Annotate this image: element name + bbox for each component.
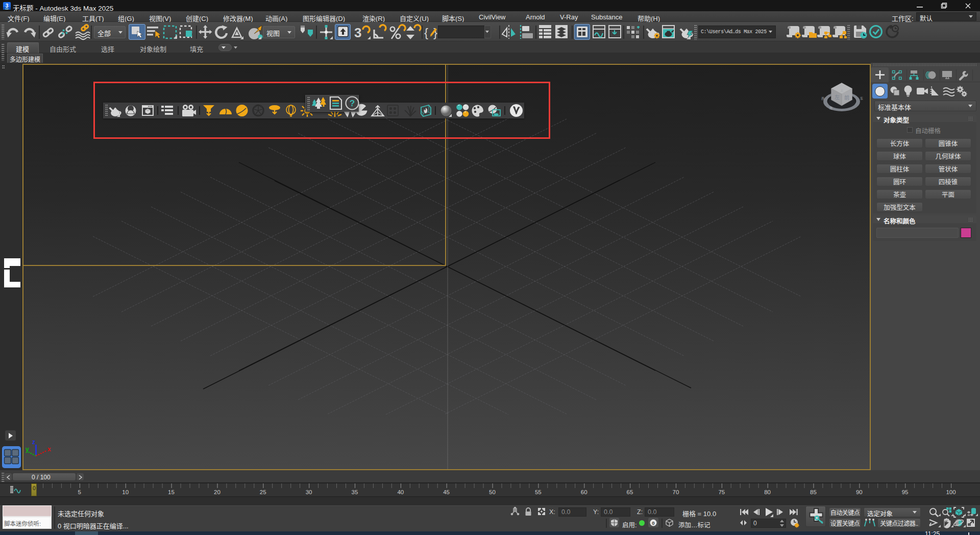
svg-text:50: 50 bbox=[489, 489, 496, 495]
svg-text:20: 20 bbox=[214, 489, 220, 495]
svg-text:前: 前 bbox=[844, 93, 849, 101]
svg-text:65: 65 bbox=[627, 489, 633, 495]
svg-text:90: 90 bbox=[856, 489, 863, 495]
svg-text:100: 100 bbox=[946, 489, 955, 495]
svg-text:80: 80 bbox=[764, 489, 771, 495]
svg-text:{: { bbox=[424, 26, 428, 39]
svg-text:东: 东 bbox=[860, 96, 863, 101]
svg-text:10: 10 bbox=[122, 489, 129, 495]
svg-text:南: 南 bbox=[829, 106, 832, 110]
svg-text:95: 95 bbox=[902, 489, 909, 495]
svg-text:85: 85 bbox=[810, 489, 817, 495]
svg-text:左: 左 bbox=[835, 93, 840, 101]
svg-text:3: 3 bbox=[354, 25, 361, 40]
svg-text:0: 0 bbox=[652, 520, 654, 526]
svg-text:MAX: MAX bbox=[5, 8, 9, 10]
svg-text:?: ? bbox=[350, 99, 355, 108]
svg-text:60: 60 bbox=[581, 489, 587, 495]
svg-text:25: 25 bbox=[260, 489, 266, 495]
svg-text:z: z bbox=[32, 439, 35, 446]
svg-text:y: y bbox=[26, 446, 29, 453]
svg-text:15: 15 bbox=[168, 489, 175, 495]
svg-text:45: 45 bbox=[443, 489, 450, 495]
svg-text:5: 5 bbox=[78, 489, 81, 495]
svg-text:35: 35 bbox=[352, 489, 358, 495]
svg-text:75: 75 bbox=[718, 489, 725, 495]
svg-text:70: 70 bbox=[673, 489, 679, 495]
svg-text:30: 30 bbox=[306, 489, 312, 495]
svg-text:上: 上 bbox=[840, 88, 844, 92]
svg-text:x: x bbox=[47, 446, 51, 453]
svg-text:40: 40 bbox=[397, 489, 404, 495]
svg-text:55: 55 bbox=[535, 489, 542, 495]
svg-text:西: 西 bbox=[821, 96, 824, 101]
